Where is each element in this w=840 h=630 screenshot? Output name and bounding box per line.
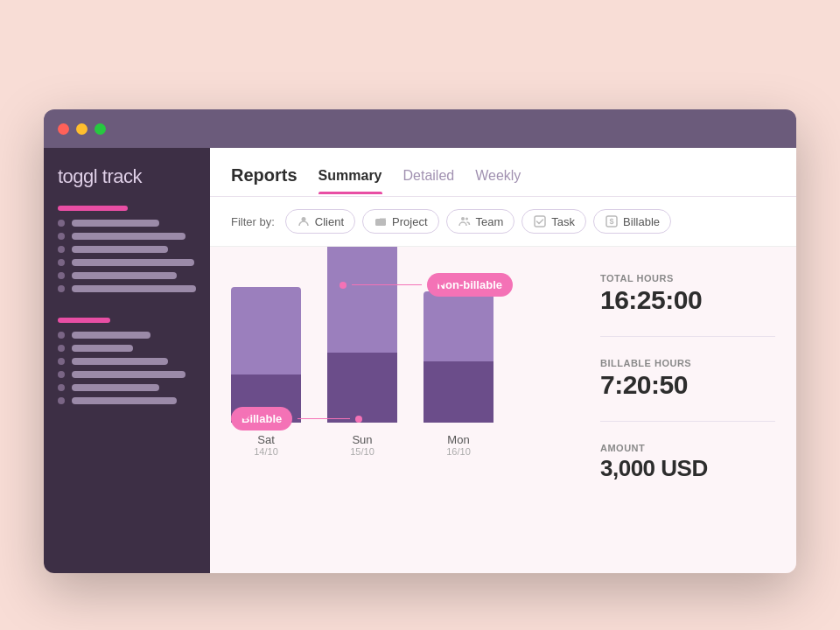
- svg-text:$: $: [610, 217, 614, 226]
- list-item[interactable]: [58, 259, 196, 266]
- bar-label-sun: Sun 15/10: [350, 433, 374, 457]
- sidebar-bar: [72, 220, 159, 227]
- sidebar-bar: [72, 384, 159, 391]
- sidebar-bar: [72, 246, 168, 253]
- sidebar: toggl track: [44, 148, 210, 573]
- stats-panel: TOTAL HOURS 16:25:00 BILLABLE HOURS 7:20…: [600, 264, 775, 556]
- bar-group-mon: Mon 16/10: [424, 291, 494, 457]
- stat-amount-value: 3,000 USD: [600, 455, 775, 482]
- bar-mon: [424, 291, 494, 423]
- sidebar-dot-icon: [58, 272, 65, 279]
- filter-chip-team[interactable]: Team: [446, 209, 515, 234]
- tooltip-dot-billable: [355, 416, 362, 423]
- sidebar-dot-icon: [58, 285, 65, 292]
- tab-weekly[interactable]: Weekly: [475, 168, 521, 194]
- tooltip-billable-text: Billable: [242, 412, 282, 425]
- dollar-icon: $: [605, 214, 619, 228]
- sidebar-dot-icon: [58, 384, 65, 391]
- sidebar-active-indicator-2: [58, 318, 110, 323]
- bar-sat-nonbillable: [231, 287, 301, 374]
- stat-billable-hours-value: 7:20:50: [600, 370, 775, 400]
- filter-chip-billable-label: Billable: [623, 215, 660, 228]
- list-item[interactable]: [58, 272, 196, 279]
- list-item[interactable]: [58, 384, 196, 391]
- app-window: toggl track: [44, 109, 796, 573]
- tab-detailed[interactable]: Detailed: [403, 168, 455, 194]
- folder-icon: [374, 214, 388, 228]
- svg-point-3: [466, 218, 468, 220]
- tooltip-nonbillable-text: Non-billable: [438, 278, 502, 291]
- sidebar-dot-icon: [58, 371, 65, 378]
- stat-total-hours-value: 16:25:00: [600, 285, 775, 315]
- connector-line-billable: [298, 418, 350, 420]
- page-title: Reports: [231, 165, 298, 196]
- sidebar-dot-icon: [58, 332, 65, 339]
- list-item[interactable]: [58, 371, 196, 378]
- bar-sun-nonbillable: [327, 247, 397, 353]
- sidebar-bar: [72, 371, 186, 378]
- filter-chip-billable[interactable]: $ Billable: [593, 209, 671, 234]
- filter-label: Filter by:: [231, 215, 275, 228]
- tooltip-billable: Billable: [231, 407, 292, 430]
- filter-chip-client-label: Client: [315, 215, 344, 228]
- tooltip-dot-nonbillable: [340, 282, 346, 289]
- titlebar: [44, 109, 796, 148]
- bar-date: 14/10: [254, 446, 278, 457]
- sidebar-bar: [72, 285, 196, 292]
- stat-total-hours-label: TOTAL HOURS: [600, 273, 775, 284]
- stat-divider-2: [600, 421, 775, 422]
- bar-date: 15/10: [350, 446, 374, 457]
- sidebar-dot-icon: [58, 220, 65, 227]
- filter-chip-project[interactable]: Project: [362, 209, 438, 234]
- close-button[interactable]: [58, 123, 69, 135]
- stat-total-hours: TOTAL HOURS 16:25:00: [600, 273, 775, 315]
- minimize-button[interactable]: [76, 123, 88, 135]
- list-item[interactable]: [58, 397, 196, 404]
- filter-chip-task[interactable]: Task: [522, 209, 586, 234]
- list-item[interactable]: [58, 246, 196, 253]
- bar-label-mon: Mon 16/10: [446, 433, 471, 457]
- svg-point-2: [461, 217, 465, 220]
- tooltip-nonbillable: Non-billable: [427, 273, 513, 297]
- list-item[interactable]: [58, 285, 196, 292]
- filter-chip-client[interactable]: Client: [285, 209, 355, 234]
- sidebar-bar: [72, 272, 177, 279]
- logo: toggl track: [58, 165, 196, 188]
- list-item[interactable]: [58, 220, 196, 227]
- list-item[interactable]: [58, 332, 196, 339]
- list-item[interactable]: [58, 358, 196, 365]
- chart-area: Sat 14/10 Su: [210, 247, 796, 573]
- list-item[interactable]: [58, 233, 196, 240]
- sidebar-section-2: [58, 312, 196, 410]
- maximize-button[interactable]: [94, 123, 106, 135]
- main-content: Reports Summary Detailed Weekly Filter b…: [210, 148, 796, 573]
- bar-day: Mon: [446, 433, 471, 446]
- sidebar-bar: [72, 397, 177, 404]
- window-body: toggl track: [44, 148, 796, 573]
- bar-day: Sat: [254, 433, 278, 446]
- filter-row: Filter by: Client: [210, 197, 796, 247]
- sidebar-active-indicator: [58, 206, 128, 211]
- sidebar-dot-icon: [58, 259, 65, 266]
- list-item[interactable]: [58, 345, 196, 352]
- sidebar-bar: [72, 259, 194, 266]
- stat-billable-hours: BILLABLE HOURS 7:20:50: [600, 358, 775, 400]
- sidebar-bar: [72, 233, 186, 240]
- main-header: Reports Summary Detailed Weekly: [210, 148, 796, 197]
- sidebar-dot-icon: [58, 233, 65, 240]
- tab-summary[interactable]: Summary: [318, 168, 382, 194]
- bar-date: 16/10: [446, 446, 471, 457]
- bar-mon-nonbillable: [424, 291, 494, 361]
- sidebar-dot-icon: [58, 397, 65, 404]
- stat-amount: AMOUNT 3,000 USD: [600, 443, 775, 482]
- stat-amount-label: AMOUNT: [600, 443, 775, 453]
- stat-billable-hours-label: BILLABLE HOURS: [600, 358, 775, 368]
- sidebar-dot-icon: [58, 246, 65, 253]
- filter-chip-project-label: Project: [392, 215, 427, 228]
- group-icon: [458, 214, 472, 228]
- tabs-row: Reports Summary Detailed Weekly: [231, 165, 775, 196]
- logo-text: toggl track: [58, 165, 142, 187]
- bar-group-sat: Sat 14/10: [231, 287, 301, 457]
- bar-day: Sun: [350, 433, 374, 446]
- chart-container: Sat 14/10 Su: [231, 264, 565, 556]
